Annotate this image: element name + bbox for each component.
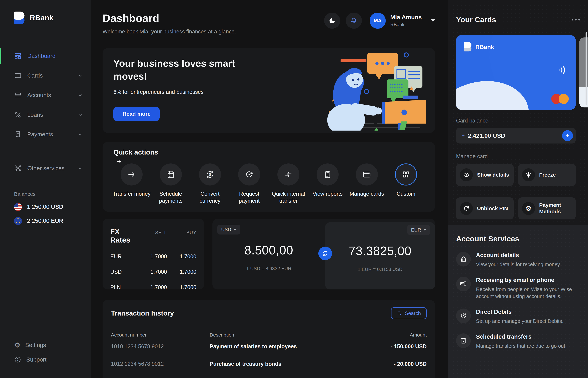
user-menu-caret[interactable] bbox=[431, 19, 435, 22]
card-icon bbox=[14, 72, 22, 80]
chevron-down-icon bbox=[424, 229, 426, 231]
dashboard-icon bbox=[14, 52, 22, 60]
brand-logo-icon bbox=[464, 42, 472, 52]
quick-actions-title: Quick actions bbox=[113, 148, 158, 156]
theme-toggle-button[interactable] bbox=[324, 13, 340, 29]
payment-methods-button[interactable]: ⚙ Payment Methods bbox=[518, 197, 576, 219]
moon-icon bbox=[329, 17, 336, 24]
eu-flag-icon bbox=[14, 217, 22, 225]
unblock-pin-button[interactable]: Unblock PIN bbox=[456, 197, 514, 219]
sidebar-item-payments[interactable]: Payments bbox=[0, 127, 91, 141]
freeze-button[interactable]: Freeze bbox=[518, 164, 576, 186]
fx-rates-panel: FX Rates SELL BUY EUR 1.7000 1.7000 USD … bbox=[103, 219, 204, 289]
us-flag-icon bbox=[14, 203, 22, 211]
quick-action-view-reports[interactable]: View reports bbox=[308, 163, 347, 204]
service-receiving-email-phone[interactable]: Receiving by email or phone Receive from… bbox=[456, 277, 580, 300]
scrollbar-thumb[interactable] bbox=[586, 32, 587, 105]
fx-sell-value: 1.7000 bbox=[137, 269, 167, 275]
card-balance-field[interactable]: + 2,421.00 USD + bbox=[456, 128, 576, 144]
fx-row-eur: EUR 1.7000 1.7000 bbox=[110, 253, 196, 260]
search-button[interactable]: Search bbox=[391, 307, 427, 319]
fx-currency: PLN bbox=[110, 284, 137, 291]
balance-currency: USD bbox=[51, 203, 63, 210]
quick-action-convert-currency[interactable]: $ Convert currency bbox=[191, 163, 229, 204]
card-icon bbox=[362, 170, 371, 179]
transaction-row[interactable]: 1010 1234 5678 9012 Payment of salaries … bbox=[111, 338, 427, 355]
sidebar-item-accounts[interactable]: Accounts bbox=[0, 88, 91, 102]
sidebar-item-cards[interactable]: Cards bbox=[0, 68, 91, 83]
network-icon bbox=[14, 164, 22, 172]
sidebar-item-support[interactable]: ? Support bbox=[14, 356, 47, 363]
user-org: RBank bbox=[390, 22, 422, 27]
sidebar: RBank Dashboard Cards Accounts Loans bbox=[0, 0, 91, 378]
transactions-table-header: Account number Description Amount bbox=[111, 326, 427, 338]
quick-action-label: Request payment bbox=[230, 190, 268, 204]
page-title: Dashboard bbox=[103, 12, 236, 24]
service-description: Receive from people on Wise to your Wise… bbox=[476, 286, 580, 300]
sidebar-item-label: Other services bbox=[27, 165, 65, 172]
converter-to: EUR 73.3825,00 1 EUR = 0.1158 USD bbox=[325, 222, 435, 289]
swap-currencies-button[interactable] bbox=[318, 247, 332, 260]
fx-sell-value: 1.7000 bbox=[137, 253, 167, 260]
to-amount[interactable]: 73.3825,00 bbox=[325, 244, 435, 258]
quick-action-label: Manage cards bbox=[350, 190, 384, 197]
notifications-button[interactable] bbox=[346, 13, 362, 29]
svg-text:$: $ bbox=[209, 173, 211, 176]
main-content: Dashboard Welcome back Mia, your busines… bbox=[91, 0, 448, 378]
bank-card[interactable]: RBank bbox=[456, 35, 576, 110]
transaction-row[interactable]: 1012 1234 5678 9012 Purchase of treasury… bbox=[111, 355, 427, 372]
quick-action-manage-cards[interactable]: Manage cards bbox=[347, 163, 386, 204]
sidebar-item-other-services[interactable]: Other services bbox=[0, 161, 91, 175]
quick-action-schedule-payments[interactable]: Schedule payments bbox=[152, 163, 190, 204]
account-services-panel: Account Services Account details View yo… bbox=[448, 225, 588, 378]
header-actions: MA Mia Amuns RBank bbox=[324, 13, 435, 29]
sidebar-item-label: Support bbox=[26, 356, 47, 363]
percent-icon bbox=[14, 111, 22, 119]
active-indicator bbox=[0, 48, 1, 64]
service-direct-debits[interactable]: Direct Debits Set up and manage your Dir… bbox=[456, 309, 580, 325]
service-title: Receiving by email or phone bbox=[476, 277, 580, 283]
clock-rotate-icon bbox=[460, 312, 467, 320]
service-description: View your details for receiving money. bbox=[476, 261, 561, 268]
balance-usd[interactable]: 1,250.00 USD bbox=[14, 203, 63, 211]
transaction-account: 1010 1234 5678 9012 bbox=[111, 343, 210, 350]
service-account-details[interactable]: Account details View your details for re… bbox=[456, 252, 580, 268]
page-subtitle: Welcome back Mia, your business finances… bbox=[103, 28, 236, 35]
balance-amount: 1,250.00 bbox=[27, 203, 49, 210]
snowflake-icon bbox=[525, 172, 532, 178]
sidebar-item-loans[interactable]: Loans bbox=[0, 108, 91, 122]
quick-action-label: Custom bbox=[397, 190, 415, 197]
show-details-button[interactable]: Show details bbox=[456, 164, 514, 186]
rotate-icon bbox=[463, 205, 470, 212]
brand-logo: RBank bbox=[14, 11, 53, 25]
calendar-check-icon bbox=[460, 337, 467, 344]
currency-converter-panel: USD 8.500,00 1 USD = 8.6332 EUR EUR 73.3… bbox=[213, 219, 435, 289]
more-options-icon[interactable] bbox=[572, 19, 580, 20]
quick-action-request-payment[interactable]: Request payment bbox=[230, 163, 268, 204]
avatar[interactable]: MA bbox=[370, 13, 386, 29]
quick-action-custom[interactable]: Custom bbox=[387, 163, 425, 204]
to-currency-select[interactable]: EUR bbox=[407, 225, 430, 235]
chevron-down-icon bbox=[78, 132, 83, 137]
quick-action-internal-transfer[interactable]: Quick internal transfer bbox=[269, 163, 308, 204]
sidebar-item-dashboard[interactable]: Dashboard bbox=[0, 49, 91, 63]
eye-icon bbox=[463, 172, 470, 178]
sidebar-item-label: Dashboard bbox=[27, 53, 55, 59]
from-amount[interactable]: 8.500,00 bbox=[213, 243, 325, 257]
from-currency-select[interactable]: USD bbox=[217, 225, 240, 234]
read-more-button[interactable]: Read more bbox=[113, 107, 160, 121]
service-scheduled-transfers[interactable]: Scheduled transfers Manage transfers tha… bbox=[456, 333, 580, 350]
fx-row-pln: PLN 1.7000 1.7000 bbox=[110, 284, 196, 291]
card-brand-name: RBank bbox=[475, 44, 494, 50]
to-rate: 1 EUR = 0.1158 USD bbox=[325, 267, 435, 272]
manage-action-label: Payment Methods bbox=[539, 202, 572, 215]
sidebar-footer: ⚙ Settings ? Support bbox=[14, 342, 47, 363]
sidebar-item-settings[interactable]: ⚙ Settings bbox=[14, 342, 47, 349]
balance-eur[interactable]: 2,250.00 EUR bbox=[14, 217, 63, 225]
quick-action-label: View reports bbox=[313, 190, 343, 197]
gear-icon: ⚙ bbox=[14, 342, 20, 349]
search-button-label: Search bbox=[405, 310, 421, 316]
top-up-button[interactable]: + bbox=[562, 130, 573, 141]
quick-action-transfer-money[interactable]: Transfer money bbox=[112, 163, 151, 204]
chevron-down-icon bbox=[78, 166, 83, 171]
